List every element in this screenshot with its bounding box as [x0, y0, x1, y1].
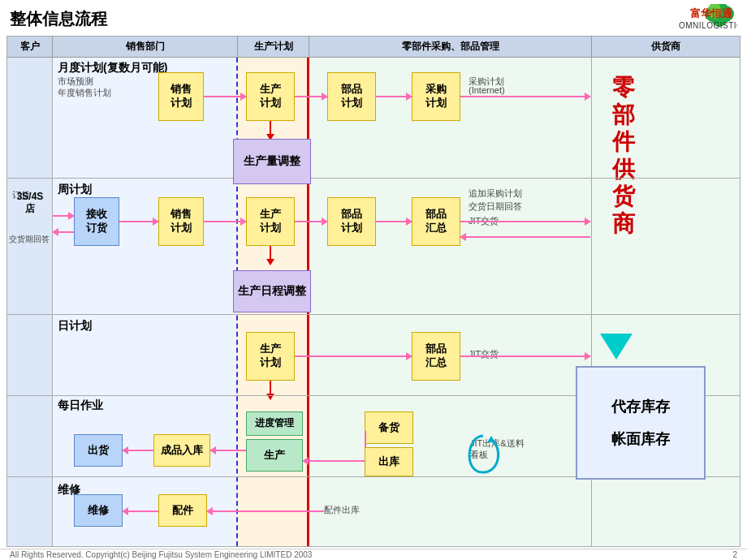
storage-label2: 帐面库存 — [611, 426, 670, 452]
arrow-parts-right-d — [460, 355, 590, 357]
svg-marker-5 — [487, 436, 495, 442]
parts-out-label: 配件出库 — [324, 504, 360, 516]
col-header-sales: 销售部门 — [53, 37, 238, 57]
page-title: 整体信息流程 — [10, 8, 107, 30]
parts-summary-weekly-box: 部品汇总 — [412, 197, 460, 246]
delivery-return-label: 交货期回答 — [9, 235, 53, 244]
arrow-parts-summary-w — [376, 221, 412, 222]
col-header-customer: 客户 — [7, 37, 53, 57]
svg-marker-9 — [266, 259, 274, 265]
divider-weekly — [7, 314, 740, 315]
arrow-parts-purchase-m — [376, 96, 412, 97]
sales-plan-weekly-box: 销售计划 — [158, 197, 204, 246]
monthly-sub1: 市场预测 — [58, 75, 93, 88]
arrow-prod-parts-w — [295, 221, 327, 222]
col-header-production: 生产计划 — [238, 37, 309, 57]
parts-summary-daily-box: 部品汇总 — [412, 332, 460, 381]
arrow-receive-customer — [53, 231, 74, 233]
warehouse-out-box: 出库 — [365, 447, 413, 476]
stock-prep-box: 备货 — [365, 411, 413, 444]
column-headers: 客户 销售部门 生产计划 零部件采购、部品管理 供货商 — [7, 37, 740, 58]
prod-schedule-adj-label: 生产日程调整 — [233, 270, 311, 312]
prod-volume-adj-label: 生产量调整 — [233, 139, 311, 184]
arrow-finished-ship — [123, 450, 153, 451]
daily-label: 日计划 — [58, 319, 92, 334]
arrow-summary-right-w — [460, 221, 590, 222]
arrow-supplier-back-w — [460, 236, 590, 238]
sales-col-bg — [53, 58, 238, 546]
prod-col-arrow-down3 — [264, 381, 277, 400]
storage-label1: 代存库存 — [611, 394, 670, 420]
monthly-sub2: 年度销售计划 — [58, 87, 111, 99]
progress-mgmt-box: 进度管理 — [246, 411, 303, 436]
prod-col-arrow-down2 — [264, 246, 277, 265]
ops-label: 每日作业 — [58, 398, 103, 413]
delivery-reply-label: 交货日期回答 — [468, 200, 522, 213]
arrow-prod-parts-d — [295, 355, 412, 357]
internet-label: (Internet) — [468, 85, 505, 95]
production-box: 生产 — [246, 439, 303, 472]
add-purchase-label: 追加采购计划 — [468, 187, 522, 200]
copyright: All Rights Reserved. Copyright(c) Beijin… — [10, 550, 312, 559]
arrow-purchase-right-m — [460, 96, 590, 97]
svg-text:富华恒通: 富华恒通 — [690, 7, 733, 19]
arrow-backup-warehouse — [365, 431, 366, 447]
customer-col-bg — [7, 58, 53, 546]
header: 整体信息流程 富华恒通 OMNILOGISTICS — [0, 0, 747, 36]
parts-plan-monthly-box: 部品 计划 — [327, 72, 376, 121]
weekly-label: 周计划 — [58, 183, 92, 197]
jit-delivery2-label: JIT交货 — [468, 348, 499, 360]
arrow-sales-prod-m — [204, 96, 246, 97]
storage-box: 代存库存 帐面库存 — [576, 366, 706, 480]
arrow-sales-prod-w — [204, 221, 246, 222]
3s4s-label: 3S/4S 店 — [11, 191, 50, 216]
page-wrapper: 整体信息流程 富华恒通 OMNILOGISTICS 客户 销售部门 生产计划 零… — [0, 0, 747, 560]
logo-area: 富华恒通 OMNILOGISTICS — [632, 4, 737, 33]
parts-col-bg — [309, 58, 592, 546]
page-number: 2 — [732, 550, 737, 559]
arrow-receive-sales-w — [119, 221, 158, 222]
parts-plan-weekly-box: 部品计划 — [327, 197, 376, 246]
arrow-prod-finished — [210, 450, 246, 451]
divider-monthly — [7, 178, 740, 179]
sales-plan-monthly-box: 销售 计划 — [158, 72, 204, 121]
receive-order-box: 接收订货 — [74, 197, 119, 246]
arrow-repair-parts — [123, 510, 158, 512]
cyan-arrow-down — [600, 334, 633, 360]
repair-box: 维修 — [74, 494, 123, 527]
footer: All Rights Reserved. Copyright(c) Beijin… — [0, 549, 747, 560]
col-header-supplier: 供货商 — [592, 37, 740, 57]
ship-out-box: 出货 — [74, 434, 123, 467]
logo-icon: 富华恒通 OMNILOGISTICS — [632, 4, 737, 33]
arrow-customer-receive — [53, 215, 74, 217]
parts-spare-box: 配件 — [158, 494, 207, 527]
svg-text:OMNILOGISTICS: OMNILOGISTICS — [679, 21, 737, 30]
arrow-warehouse-prod — [303, 460, 365, 462]
arrow-prod-parts-m — [295, 96, 327, 97]
content-area: 月度计划(复数月可能) 市场预测 年度销售计划 销售 计划 生产 计划 部品 计… — [7, 58, 740, 546]
prod-col-arrow-down1 — [264, 121, 277, 140]
purchase-plan-box: 采购 计划 — [412, 72, 460, 121]
prod-plan-weekly-box: 生产计划 — [246, 197, 295, 246]
prod-plan-daily-box: 生产计划 — [246, 332, 295, 381]
diagram-area: 客户 销售部门 生产计划 零部件采购、部品管理 供货商 — [6, 36, 741, 547]
finished-in-box: 成品入库 — [153, 434, 210, 467]
monthly-label: 月度计划(复数月可能) — [58, 61, 167, 75]
prod-plan-monthly-box: 生产 计划 — [246, 72, 295, 121]
zero-parts-supplier-label: 零部件供货商 — [597, 74, 652, 238]
arrow-parts-area-spare — [207, 510, 324, 512]
col-header-parts: 零部件采购、部品管理 — [309, 37, 592, 57]
